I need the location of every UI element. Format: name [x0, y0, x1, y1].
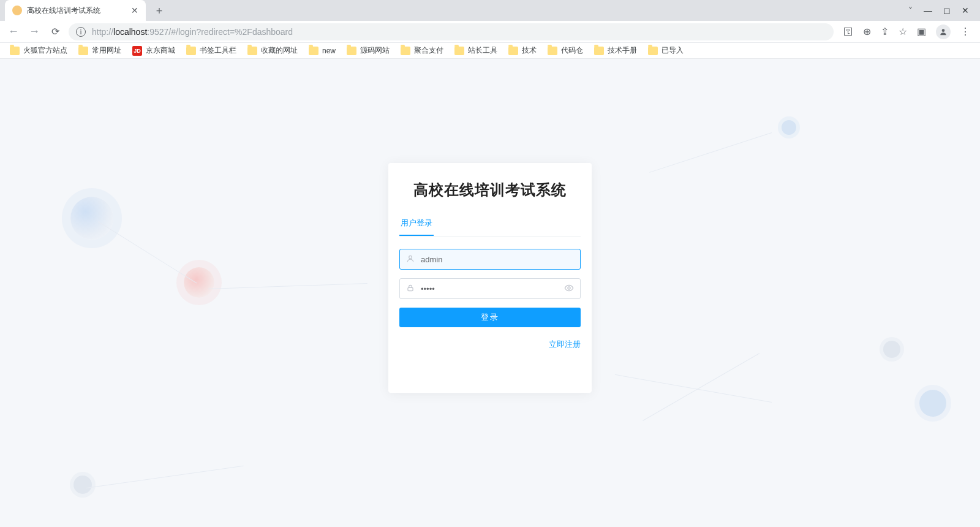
username-field-wrapper[interactable] [399, 249, 581, 270]
decoration-node [919, 390, 946, 417]
password-field-wrapper[interactable] [399, 278, 581, 299]
bookmark-item[interactable]: 常用网址 [78, 45, 121, 56]
bookmark-item[interactable]: 已导入 [648, 45, 684, 56]
window-controls: ˅ — ◻ ✕ [897, 0, 980, 21]
bookmark-item[interactable]: 技术 [508, 45, 537, 56]
svg-point-0 [942, 29, 945, 32]
page-content: 高校在线培训考试系统 用户登录 登录 立即注册 [0, 59, 980, 527]
window-close-icon[interactable]: ✕ [962, 6, 969, 15]
bookmark-label: 技术手册 [608, 45, 637, 56]
address-bar[interactable]: i http://localhost:9527/#/login?redirect… [69, 23, 834, 40]
tab-strip: 高校在线培训考试系统 ✕ + ˅ — ◻ ✕ [0, 0, 980, 21]
bookmark-item[interactable]: 代码仓 [548, 45, 583, 56]
bookmark-label: 已导入 [662, 45, 684, 56]
decoration-line [615, 374, 772, 403]
bookmark-label: new [322, 47, 336, 55]
profile-icon[interactable] [936, 25, 951, 39]
folder-icon [508, 47, 518, 55]
close-icon[interactable]: ✕ [131, 6, 138, 15]
register-link-wrapper: 立即注册 [399, 338, 581, 350]
bookmark-label: 京东商城 [146, 45, 175, 56]
bookmark-item[interactable]: JD京东商城 [132, 45, 175, 56]
login-button[interactable]: 登录 [399, 308, 581, 327]
folder-icon [648, 47, 658, 55]
bookmark-label: 常用网址 [92, 45, 121, 56]
minimize-icon[interactable]: — [924, 6, 932, 15]
folder-icon [548, 47, 557, 55]
menu-icon[interactable]: ⋮ [960, 26, 970, 37]
bookmark-label: 站长工具 [468, 45, 497, 56]
eye-icon[interactable] [564, 283, 574, 295]
svg-rect-2 [408, 287, 413, 290]
bookmark-label: 代码仓 [561, 45, 583, 56]
user-icon [406, 254, 417, 265]
folder-icon [401, 47, 410, 55]
folder-icon [347, 47, 356, 55]
decoration-line [649, 132, 772, 173]
forward-button: → [27, 25, 42, 38]
favicon-icon [12, 6, 22, 15]
bookmark-item[interactable]: 站长工具 [454, 45, 497, 56]
zoom-icon[interactable]: ⊕ [863, 26, 871, 37]
url-text: http://localhost:9527/#/login?redirect=%… [92, 27, 293, 37]
svg-point-3 [568, 287, 570, 289]
decoration-node [883, 341, 900, 358]
bookmark-item[interactable]: 聚合支付 [401, 45, 443, 56]
bookmark-item[interactable]: 技术手册 [594, 45, 637, 56]
username-input[interactable] [417, 255, 574, 264]
browser-toolbar: ← → ⟳ i http://localhost:9527/#/login?re… [0, 21, 980, 43]
folder-icon [594, 47, 604, 55]
bookmark-label: 技术 [522, 45, 537, 56]
decoration-node [782, 120, 796, 135]
bookmarks-bar: 火狐官方站点常用网址JD京东商城书签工具栏收藏的网址new源码网站聚合支付站长工… [0, 43, 980, 59]
login-card: 高校在线培训考试系统 用户登录 登录 立即注册 [388, 163, 592, 393]
login-title: 高校在线培训考试系统 [399, 180, 581, 200]
decoration-line [208, 283, 368, 289]
bookmark-item[interactable]: 源码网站 [347, 45, 390, 56]
folder-icon [454, 47, 464, 55]
new-tab-button[interactable]: + [151, 2, 168, 20]
bookmark-label: 聚合支付 [414, 45, 443, 56]
folder-icon [247, 47, 257, 55]
bookmark-label: 源码网站 [360, 45, 390, 56]
bookmark-item[interactable]: 收藏的网址 [247, 45, 298, 56]
browser-tab[interactable]: 高校在线培训考试系统 ✕ [5, 0, 146, 21]
browser-chrome: 高校在线培训考试系统 ✕ + ˅ — ◻ ✕ ← → ⟳ i http://lo… [0, 0, 980, 59]
login-tab-nav: 用户登录 [399, 217, 581, 237]
decoration-line [643, 353, 760, 421]
password-input[interactable] [417, 284, 564, 294]
register-link[interactable]: 立即注册 [549, 339, 581, 349]
share-icon[interactable]: ⇪ [881, 26, 889, 37]
bookmark-label: 书签工具栏 [200, 45, 236, 56]
star-icon[interactable]: ☆ [899, 26, 907, 37]
folder-icon [10, 47, 20, 55]
bookmark-label: 收藏的网址 [261, 45, 298, 56]
folder-icon [78, 47, 88, 55]
decoration-line [86, 466, 244, 488]
bookmark-item[interactable]: 书签工具栏 [186, 45, 236, 56]
lock-icon [406, 284, 417, 294]
toolbar-icons: ⚿ ⊕ ⇪ ☆ ▣ ⋮ [840, 25, 974, 39]
bookmark-label: 火狐官方站点 [23, 45, 67, 56]
key-icon[interactable]: ⚿ [843, 26, 853, 37]
info-icon[interactable]: i [76, 27, 86, 37]
panel-icon[interactable]: ▣ [917, 26, 926, 37]
maximize-icon[interactable]: ◻ [943, 6, 951, 15]
decoration-node [70, 197, 113, 240]
bookmark-item[interactable]: 火狐官方站点 [10, 45, 67, 56]
decoration-line [98, 221, 197, 284]
folder-icon [186, 47, 196, 55]
tab-user-login[interactable]: 用户登录 [399, 218, 434, 236]
bookmark-item[interactable]: new [309, 47, 336, 55]
decoration-node [184, 267, 214, 298]
jd-icon: JD [132, 46, 142, 56]
reload-button[interactable]: ⟳ [48, 26, 62, 37]
tab-title: 高校在线培训考试系统 [27, 6, 126, 16]
svg-point-1 [409, 256, 412, 259]
back-button[interactable]: ← [6, 25, 21, 38]
chevron-down-icon[interactable]: ˅ [908, 6, 913, 15]
folder-icon [309, 47, 318, 55]
decoration-node [74, 476, 92, 494]
